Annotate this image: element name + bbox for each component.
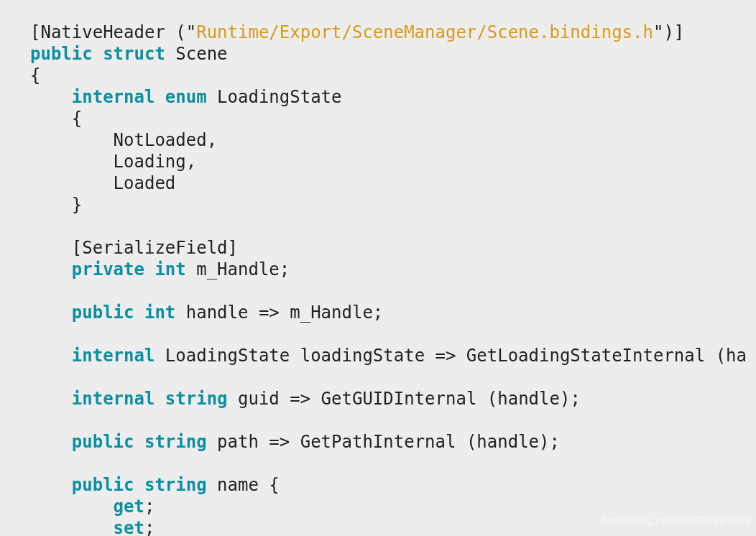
enum-member: Loaded	[114, 173, 176, 193]
line-struct-decl: public struct Scene	[30, 44, 228, 64]
line-property: internal string guid => GetGUIDInternal …	[72, 389, 581, 409]
line-brace-open: {	[30, 65, 40, 86]
line-brace-open: {	[72, 108, 82, 129]
accessor-get: get;	[114, 496, 155, 517]
line-property: internal LoadingState loadingState => Ge…	[72, 346, 747, 366]
line-attribute: [NativeHeader ("Runtime/Export/SceneMana…	[30, 22, 684, 42]
enum-member: Loading,	[114, 152, 197, 172]
line-field: private int m_Handle;	[72, 259, 290, 279]
line-property-open: public string name {	[72, 475, 280, 495]
line-attribute: [SerializeField]	[72, 238, 238, 258]
enum-member: NotLoaded,	[114, 130, 218, 150]
line-enum-decl: internal enum LoadingState	[72, 87, 342, 107]
code-block: [NativeHeader ("Runtime/Export/SceneMana…	[0, 0, 756, 536]
line-property: public int handle => m_Handle;	[72, 302, 384, 323]
accessor-set: set;	[114, 518, 155, 536]
line-property: public string path => GetPathInternal (h…	[72, 432, 560, 452]
line-brace-close: }	[72, 195, 82, 215]
